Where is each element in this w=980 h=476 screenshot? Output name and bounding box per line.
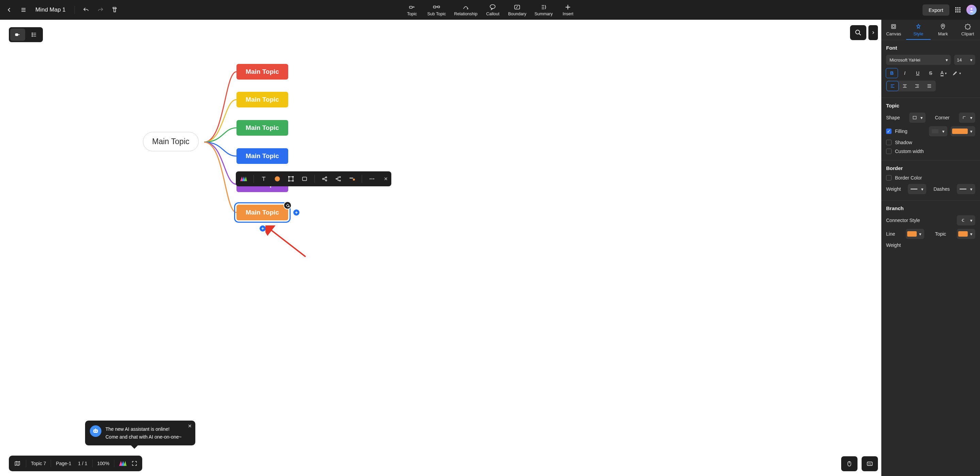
branch-line-label: Line [886, 231, 895, 236]
align-right-button[interactable] [911, 81, 923, 91]
more-icon[interactable] [368, 175, 376, 183]
branch-icon[interactable] [334, 175, 343, 183]
connector-style-label: Connector Style [886, 217, 920, 223]
svg-line-52 [324, 179, 326, 180]
outline-view-button[interactable] [27, 29, 41, 41]
svg-line-34 [859, 34, 861, 35]
toolbar-callout[interactable]: Callout [484, 3, 501, 17]
canvas[interactable]: Main Topic Main Topic Main Topic Main To… [0, 20, 881, 476]
fill-color-icon[interactable] [273, 175, 282, 183]
border-color-checkbox[interactable] [886, 175, 891, 181]
corner-label: Corner [935, 115, 950, 121]
font-size-select[interactable]: 14▾ [954, 55, 975, 65]
svg-rect-25 [15, 34, 18, 36]
custom-width-checkbox[interactable] [886, 149, 891, 154]
search-button[interactable] [850, 25, 866, 40]
italic-button[interactable]: I [899, 68, 911, 78]
align-center-button[interactable] [899, 81, 911, 91]
child-node-4[interactable]: Main Topic [237, 148, 288, 164]
border-weight-select[interactable]: ▾ [908, 184, 926, 194]
dashes-select[interactable]: ▾ [957, 184, 975, 194]
mindmap-view-button[interactable] [10, 29, 25, 41]
ai-assistant-popup: The new AI assistant is online! Come and… [85, 420, 195, 446]
share-nodes-icon[interactable] [320, 175, 329, 183]
svg-point-45 [288, 181, 290, 182]
tab-style[interactable]: Style [906, 20, 931, 40]
tab-clipart[interactable]: Clipart [956, 20, 980, 40]
branch-line-color[interactable]: ▾ [906, 229, 924, 239]
redo-icon[interactable] [95, 4, 106, 16]
menu-icon[interactable] [18, 4, 29, 16]
corner-select[interactable]: ▾ [959, 113, 975, 123]
align-left-button[interactable] [887, 81, 898, 91]
bold-button[interactable]: B [886, 68, 898, 78]
align-justify-button[interactable] [924, 81, 935, 91]
ai-icon[interactable] [239, 175, 248, 183]
function-key-button[interactable]: Fn [862, 456, 878, 471]
svg-rect-91 [913, 116, 916, 119]
add-sibling-right-button[interactable]: + [293, 209, 299, 216]
avatar[interactable] [966, 5, 977, 15]
branch-topic-label: Topic [935, 231, 946, 236]
rectangle-icon[interactable] [300, 175, 309, 183]
shadow-checkbox[interactable] [886, 140, 891, 145]
svg-point-33 [856, 30, 860, 34]
paint-bucket-icon[interactable] [283, 201, 292, 209]
paste-style-icon[interactable] [109, 4, 121, 16]
shape-label: Shape [886, 115, 900, 121]
filling-color-select[interactable]: ▾ [951, 126, 975, 136]
map-outline-icon[interactable] [14, 460, 21, 466]
toolbar-topic[interactable]: Topic [404, 3, 421, 17]
undo-icon[interactable] [80, 4, 92, 16]
underline-button[interactable]: U [912, 68, 924, 78]
custom-width-label: Custom width [895, 149, 924, 154]
ai-popup-line2: Come and chat with AI one-on-one~ [105, 433, 182, 441]
svg-rect-77 [892, 25, 894, 27]
tab-canvas[interactable]: Canvas [881, 20, 906, 40]
apps-grid-icon[interactable] [953, 5, 962, 14]
topic-title: Topic [886, 103, 975, 108]
mouse-mode-button[interactable] [841, 456, 858, 471]
highlight-button[interactable]: ▾ [951, 68, 962, 78]
svg-point-8 [490, 5, 495, 9]
export-button[interactable]: Export [923, 5, 950, 16]
svg-point-24 [970, 8, 972, 10]
filling-checkbox[interactable]: ✓ [886, 129, 891, 134]
text-icon[interactable] [259, 175, 268, 183]
document-title[interactable]: Mind Map 1 [35, 6, 66, 13]
strike-button[interactable]: S [925, 68, 937, 78]
tab-mark[interactable]: Mark [931, 20, 956, 40]
divider [75, 6, 75, 14]
fullscreen-icon[interactable] [131, 460, 137, 466]
connector-style-select[interactable]: ▾ [957, 215, 975, 225]
back-icon[interactable] [3, 4, 15, 16]
svg-point-58 [369, 179, 371, 179]
toolbar-summary[interactable]: Summary [533, 3, 554, 17]
status-zoom[interactable]: 100% [97, 461, 110, 466]
toolbar-relationship[interactable]: Relationship [453, 3, 479, 17]
child-node-2[interactable]: Main Topic [237, 92, 288, 108]
add-child-below-button[interactable]: + [259, 225, 266, 232]
svg-point-29 [32, 34, 33, 35]
child-node-3[interactable]: Main Topic [237, 120, 288, 136]
toolbar-insert[interactable]: Insert [559, 3, 576, 17]
ai-logo-icon[interactable] [119, 461, 127, 466]
child-node-6-selected[interactable]: Main Topic [237, 205, 288, 220]
shape-select[interactable]: ▾ [909, 113, 926, 123]
branch-topic-color[interactable]: ▾ [957, 229, 975, 239]
child-node-1[interactable]: Main Topic [237, 64, 288, 79]
toolbar-subtopic[interactable]: Sub Topic [426, 3, 447, 17]
close-toolbar-icon[interactable]: ✕ [384, 176, 388, 182]
status-page[interactable]: Page-1 1 / 1 [56, 461, 87, 466]
branch-title: Branch [886, 205, 975, 211]
center-node[interactable]: Main Topic [143, 132, 199, 151]
filling-pattern-select[interactable]: ▾ [929, 126, 947, 136]
font-color-button[interactable]: A▾ [938, 68, 950, 78]
line-style-icon[interactable] [347, 175, 356, 183]
shape-edit-icon[interactable] [286, 175, 295, 183]
toolbar-boundary[interactable]: Boundary [507, 3, 528, 17]
font-family-select[interactable]: Microsoft YaHei▾ [886, 55, 951, 65]
panel-collapse-button[interactable] [869, 25, 878, 40]
status-topic[interactable]: Topic 7 [31, 461, 46, 466]
close-popup-icon[interactable]: ✕ [188, 423, 192, 429]
